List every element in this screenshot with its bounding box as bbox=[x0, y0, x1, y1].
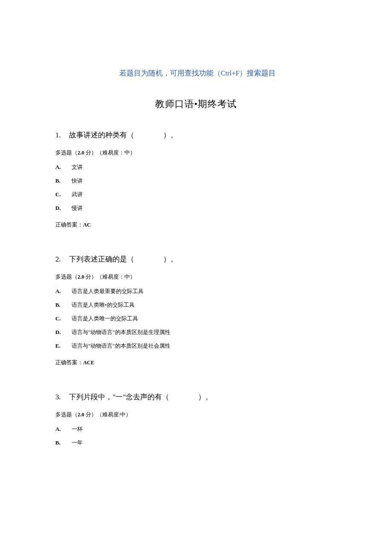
question-block: 1. 故事讲述的种类有（ ）。 多选题（2.0 分）（难易度：中） A. 文讲 … bbox=[55, 129, 337, 229]
answer-value: AC bbox=[83, 222, 91, 228]
question-stem: 2. 下列表述正确的是（ ）。 bbox=[55, 253, 337, 265]
meta-prefix: 多选题（ bbox=[55, 150, 78, 156]
meta-suffix: 分）（难易度：中） bbox=[84, 274, 135, 280]
question-stem: 3. 下列片段中，"一"念去声的有（ ）。 bbox=[55, 391, 337, 403]
stem-blank bbox=[169, 393, 198, 401]
question-block: 2. 下列表述正确的是（ ）。 多选题（2.0 分）（难易度：中） A. 语言是… bbox=[55, 253, 337, 366]
option-text: 语言与"动物语言"的本质区别是生理属性 bbox=[72, 328, 170, 336]
question-number: 1. bbox=[55, 129, 67, 141]
question-meta: 多选题（2.0 分）（难易度:中） bbox=[55, 411, 337, 418]
option-row: A. 一杯 bbox=[55, 425, 337, 433]
document-page: 若题目为随机，可用查找功能（Ctrl+F）搜索题目 教师口语•期终考试 1. 故… bbox=[0, 0, 392, 497]
meta-suffix: 分）（难易度:中） bbox=[84, 412, 132, 418]
stem-prefix: 下列片段中，"一"念去声的有（ bbox=[69, 393, 169, 401]
answer-line: 正确答案：AC bbox=[55, 221, 337, 229]
stem-blank bbox=[134, 255, 163, 263]
option-text: 文讲 bbox=[72, 163, 83, 171]
option-text: 快讲 bbox=[72, 177, 83, 185]
option-letter: B. bbox=[55, 302, 72, 308]
option-row: A. 语言是人类最重要的交际工具 bbox=[55, 288, 337, 295]
option-text: 语言与"动物语言"的本质区别是社会属性 bbox=[72, 342, 170, 350]
options-list: A. 文讲 B. 快讲 C. 武讲 D. 慢讲 bbox=[55, 163, 337, 212]
stem-blank bbox=[134, 131, 163, 139]
meta-points: 2.0 bbox=[78, 412, 84, 418]
option-text: 慢讲 bbox=[72, 204, 83, 212]
option-row: A. 文讲 bbox=[55, 163, 337, 171]
option-row: C. 武讲 bbox=[55, 191, 337, 198]
stem-prefix: 下列表述正确的是（ bbox=[69, 255, 134, 263]
option-text: 语言是人类唯•的交际工具 bbox=[72, 301, 135, 309]
option-row: D. 慢讲 bbox=[55, 204, 337, 212]
option-letter: B. bbox=[55, 439, 72, 446]
document-title: 教师口语•期终考试 bbox=[55, 98, 337, 110]
option-letter: D. bbox=[55, 329, 72, 336]
option-text: 语言是人类唯一的交际工具 bbox=[72, 315, 138, 323]
option-letter: E. bbox=[55, 343, 72, 349]
option-letter: C. bbox=[55, 315, 72, 322]
option-row: B. 语言是人类唯•的交际工具 bbox=[55, 301, 337, 309]
option-letter: A. bbox=[55, 426, 72, 433]
option-letter: D. bbox=[55, 205, 72, 212]
option-text: 一年 bbox=[72, 439, 83, 447]
meta-points: 2.0 bbox=[78, 150, 84, 156]
question-stem: 1. 故事讲述的种类有（ ）。 bbox=[55, 129, 337, 141]
answer-line: 正确答案：ACE bbox=[55, 359, 337, 366]
answer-label: 正确答案： bbox=[55, 222, 83, 228]
question-block: 3. 下列片段中，"一"念去声的有（ ）。 多选题（2.0 分）（难易度:中） … bbox=[55, 391, 337, 447]
question-meta: 多选题（2.0 分）（难易度：中） bbox=[55, 149, 337, 157]
question-meta: 多选题（2.0 分）（难易度：中） bbox=[55, 273, 337, 281]
stem-suffix: ）。 bbox=[163, 255, 178, 263]
tip-box: 若题目为随机，可用查找功能（Ctrl+F）搜索题目 bbox=[119, 68, 281, 79]
tip-text: 若题目为随机，可用查找功能（Ctrl+F）搜索题目 bbox=[119, 68, 281, 79]
stem-prefix: 故事讲述的种类有（ bbox=[69, 131, 134, 139]
option-row: D. 语言与"动物语言"的本质区别是生理属性 bbox=[55, 328, 337, 336]
options-list: A. 语言是人类最重要的交际工具 B. 语言是人类唯•的交际工具 C. 语言是人… bbox=[55, 288, 337, 350]
option-row: B. 一年 bbox=[55, 439, 337, 447]
option-letter: A. bbox=[55, 164, 72, 171]
meta-suffix: 分）（难易度：中） bbox=[84, 150, 135, 156]
option-text: 语言是人类最重要的交际工具 bbox=[72, 288, 144, 295]
answer-value: ACE bbox=[83, 360, 94, 366]
option-text: 一杯 bbox=[72, 425, 83, 433]
meta-prefix: 多选题（ bbox=[55, 412, 78, 418]
answer-label: 正确答案： bbox=[55, 360, 83, 366]
meta-points: 2.0 bbox=[78, 274, 84, 280]
options-list: A. 一杯 B. 一年 bbox=[55, 425, 337, 447]
option-row: B. 快讲 bbox=[55, 177, 337, 185]
meta-prefix: 多选题（ bbox=[55, 274, 78, 280]
question-number: 3. bbox=[55, 391, 67, 403]
option-letter: B. bbox=[55, 177, 72, 184]
option-row: C. 语言是人类唯一的交际工具 bbox=[55, 315, 337, 323]
option-letter: C. bbox=[55, 191, 72, 198]
stem-suffix: ）。 bbox=[163, 131, 178, 139]
option-letter: A. bbox=[55, 288, 72, 295]
option-text: 武讲 bbox=[72, 191, 83, 198]
stem-suffix: ）。 bbox=[198, 393, 213, 401]
question-number: 2. bbox=[55, 253, 67, 265]
option-row: E. 语言与"动物语言"的本质区别是社会属性 bbox=[55, 342, 337, 350]
